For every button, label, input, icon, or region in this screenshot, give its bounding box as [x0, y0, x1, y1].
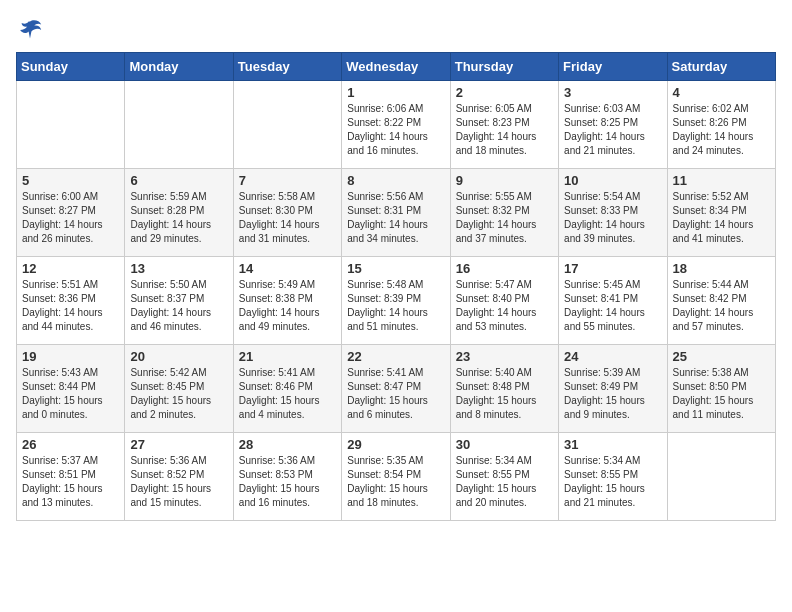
- calendar-cell: 1Sunrise: 6:06 AM Sunset: 8:22 PM Daylig…: [342, 81, 450, 169]
- day-info: Sunrise: 5:56 AM Sunset: 8:31 PM Dayligh…: [347, 190, 444, 246]
- day-info: Sunrise: 5:39 AM Sunset: 8:49 PM Dayligh…: [564, 366, 661, 422]
- week-row-5: 26Sunrise: 5:37 AM Sunset: 8:51 PM Dayli…: [17, 433, 776, 521]
- day-number: 7: [239, 173, 336, 188]
- day-number: 25: [673, 349, 770, 364]
- day-info: Sunrise: 5:43 AM Sunset: 8:44 PM Dayligh…: [22, 366, 119, 422]
- calendar-table: SundayMondayTuesdayWednesdayThursdayFrid…: [16, 52, 776, 521]
- week-row-2: 5Sunrise: 6:00 AM Sunset: 8:27 PM Daylig…: [17, 169, 776, 257]
- calendar-cell: 22Sunrise: 5:41 AM Sunset: 8:47 PM Dayli…: [342, 345, 450, 433]
- day-info: Sunrise: 6:05 AM Sunset: 8:23 PM Dayligh…: [456, 102, 553, 158]
- day-info: Sunrise: 5:40 AM Sunset: 8:48 PM Dayligh…: [456, 366, 553, 422]
- day-info: Sunrise: 5:58 AM Sunset: 8:30 PM Dayligh…: [239, 190, 336, 246]
- day-number: 9: [456, 173, 553, 188]
- day-info: Sunrise: 5:38 AM Sunset: 8:50 PM Dayligh…: [673, 366, 770, 422]
- calendar-cell: 14Sunrise: 5:49 AM Sunset: 8:38 PM Dayli…: [233, 257, 341, 345]
- day-number: 10: [564, 173, 661, 188]
- day-number: 29: [347, 437, 444, 452]
- day-number: 23: [456, 349, 553, 364]
- day-number: 17: [564, 261, 661, 276]
- day-number: 26: [22, 437, 119, 452]
- day-info: Sunrise: 5:48 AM Sunset: 8:39 PM Dayligh…: [347, 278, 444, 334]
- week-row-3: 12Sunrise: 5:51 AM Sunset: 8:36 PM Dayli…: [17, 257, 776, 345]
- day-info: Sunrise: 5:34 AM Sunset: 8:55 PM Dayligh…: [456, 454, 553, 510]
- day-info: Sunrise: 6:06 AM Sunset: 8:22 PM Dayligh…: [347, 102, 444, 158]
- calendar-cell: 9Sunrise: 5:55 AM Sunset: 8:32 PM Daylig…: [450, 169, 558, 257]
- calendar-cell: 18Sunrise: 5:44 AM Sunset: 8:42 PM Dayli…: [667, 257, 775, 345]
- day-info: Sunrise: 5:59 AM Sunset: 8:28 PM Dayligh…: [130, 190, 227, 246]
- day-info: Sunrise: 5:36 AM Sunset: 8:53 PM Dayligh…: [239, 454, 336, 510]
- calendar-cell: 27Sunrise: 5:36 AM Sunset: 8:52 PM Dayli…: [125, 433, 233, 521]
- day-info: Sunrise: 5:35 AM Sunset: 8:54 PM Dayligh…: [347, 454, 444, 510]
- calendar-cell: 21Sunrise: 5:41 AM Sunset: 8:46 PM Dayli…: [233, 345, 341, 433]
- day-number: 27: [130, 437, 227, 452]
- day-number: 22: [347, 349, 444, 364]
- calendar-cell: 11Sunrise: 5:52 AM Sunset: 8:34 PM Dayli…: [667, 169, 775, 257]
- day-info: Sunrise: 5:41 AM Sunset: 8:47 PM Dayligh…: [347, 366, 444, 422]
- day-info: Sunrise: 5:54 AM Sunset: 8:33 PM Dayligh…: [564, 190, 661, 246]
- day-number: 13: [130, 261, 227, 276]
- day-number: 3: [564, 85, 661, 100]
- day-number: 2: [456, 85, 553, 100]
- day-number: 15: [347, 261, 444, 276]
- day-number: 14: [239, 261, 336, 276]
- calendar-cell: 16Sunrise: 5:47 AM Sunset: 8:40 PM Dayli…: [450, 257, 558, 345]
- header-row: SundayMondayTuesdayWednesdayThursdayFrid…: [17, 53, 776, 81]
- day-info: Sunrise: 5:41 AM Sunset: 8:46 PM Dayligh…: [239, 366, 336, 422]
- day-info: Sunrise: 5:47 AM Sunset: 8:40 PM Dayligh…: [456, 278, 553, 334]
- day-number: 30: [456, 437, 553, 452]
- calendar-cell: 10Sunrise: 5:54 AM Sunset: 8:33 PM Dayli…: [559, 169, 667, 257]
- day-info: Sunrise: 6:02 AM Sunset: 8:26 PM Dayligh…: [673, 102, 770, 158]
- col-header-sunday: Sunday: [17, 53, 125, 81]
- day-number: 31: [564, 437, 661, 452]
- calendar-cell: 19Sunrise: 5:43 AM Sunset: 8:44 PM Dayli…: [17, 345, 125, 433]
- calendar-cell: [233, 81, 341, 169]
- calendar-cell: 30Sunrise: 5:34 AM Sunset: 8:55 PM Dayli…: [450, 433, 558, 521]
- col-header-thursday: Thursday: [450, 53, 558, 81]
- day-number: 5: [22, 173, 119, 188]
- day-info: Sunrise: 6:03 AM Sunset: 8:25 PM Dayligh…: [564, 102, 661, 158]
- calendar-cell: 17Sunrise: 5:45 AM Sunset: 8:41 PM Dayli…: [559, 257, 667, 345]
- calendar-cell: 3Sunrise: 6:03 AM Sunset: 8:25 PM Daylig…: [559, 81, 667, 169]
- calendar-cell: 24Sunrise: 5:39 AM Sunset: 8:49 PM Dayli…: [559, 345, 667, 433]
- col-header-wednesday: Wednesday: [342, 53, 450, 81]
- calendar-cell: 31Sunrise: 5:34 AM Sunset: 8:55 PM Dayli…: [559, 433, 667, 521]
- calendar-cell: 8Sunrise: 5:56 AM Sunset: 8:31 PM Daylig…: [342, 169, 450, 257]
- calendar-cell: 26Sunrise: 5:37 AM Sunset: 8:51 PM Dayli…: [17, 433, 125, 521]
- calendar-cell: 4Sunrise: 6:02 AM Sunset: 8:26 PM Daylig…: [667, 81, 775, 169]
- calendar-cell: [667, 433, 775, 521]
- day-number: 19: [22, 349, 119, 364]
- calendar-cell: 2Sunrise: 6:05 AM Sunset: 8:23 PM Daylig…: [450, 81, 558, 169]
- day-number: 18: [673, 261, 770, 276]
- calendar-cell: 20Sunrise: 5:42 AM Sunset: 8:45 PM Dayli…: [125, 345, 233, 433]
- day-info: Sunrise: 5:49 AM Sunset: 8:38 PM Dayligh…: [239, 278, 336, 334]
- calendar-cell: 15Sunrise: 5:48 AM Sunset: 8:39 PM Dayli…: [342, 257, 450, 345]
- calendar-cell: 23Sunrise: 5:40 AM Sunset: 8:48 PM Dayli…: [450, 345, 558, 433]
- day-number: 20: [130, 349, 227, 364]
- day-number: 12: [22, 261, 119, 276]
- calendar-cell: 13Sunrise: 5:50 AM Sunset: 8:37 PM Dayli…: [125, 257, 233, 345]
- day-info: Sunrise: 5:55 AM Sunset: 8:32 PM Dayligh…: [456, 190, 553, 246]
- day-info: Sunrise: 6:00 AM Sunset: 8:27 PM Dayligh…: [22, 190, 119, 246]
- col-header-monday: Monday: [125, 53, 233, 81]
- day-info: Sunrise: 5:37 AM Sunset: 8:51 PM Dayligh…: [22, 454, 119, 510]
- logo: [16, 16, 48, 44]
- day-number: 4: [673, 85, 770, 100]
- col-header-saturday: Saturday: [667, 53, 775, 81]
- day-number: 11: [673, 173, 770, 188]
- calendar-cell: 7Sunrise: 5:58 AM Sunset: 8:30 PM Daylig…: [233, 169, 341, 257]
- day-number: 21: [239, 349, 336, 364]
- day-info: Sunrise: 5:50 AM Sunset: 8:37 PM Dayligh…: [130, 278, 227, 334]
- day-number: 1: [347, 85, 444, 100]
- day-number: 24: [564, 349, 661, 364]
- day-info: Sunrise: 5:45 AM Sunset: 8:41 PM Dayligh…: [564, 278, 661, 334]
- col-header-tuesday: Tuesday: [233, 53, 341, 81]
- calendar-cell: 25Sunrise: 5:38 AM Sunset: 8:50 PM Dayli…: [667, 345, 775, 433]
- col-header-friday: Friday: [559, 53, 667, 81]
- calendar-cell: 29Sunrise: 5:35 AM Sunset: 8:54 PM Dayli…: [342, 433, 450, 521]
- week-row-1: 1Sunrise: 6:06 AM Sunset: 8:22 PM Daylig…: [17, 81, 776, 169]
- calendar-cell: 6Sunrise: 5:59 AM Sunset: 8:28 PM Daylig…: [125, 169, 233, 257]
- calendar-cell: 5Sunrise: 6:00 AM Sunset: 8:27 PM Daylig…: [17, 169, 125, 257]
- page-header: [16, 16, 776, 44]
- day-number: 28: [239, 437, 336, 452]
- calendar-cell: [125, 81, 233, 169]
